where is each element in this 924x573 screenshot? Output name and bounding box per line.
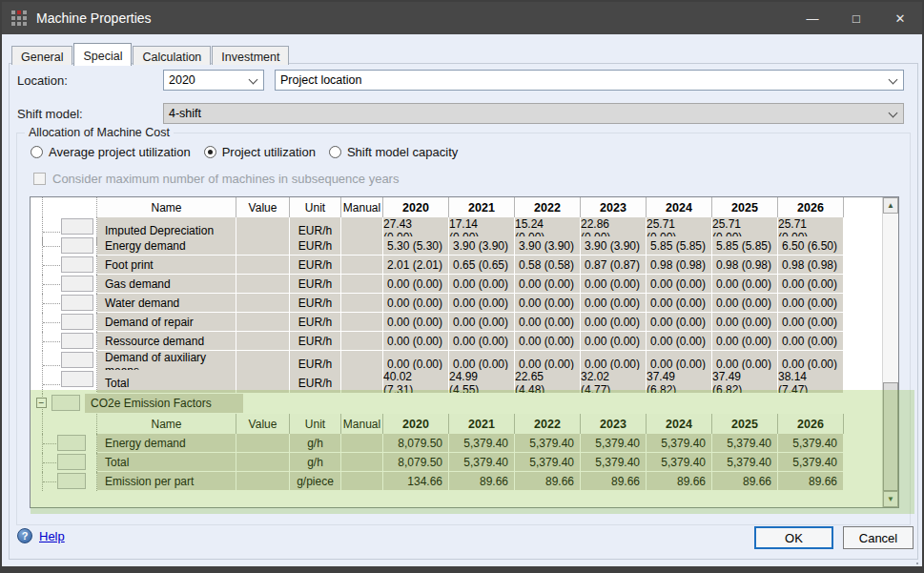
cell-year-2023[interactable]: 0.00 (0.00) [581,294,647,313]
cell-year-2022[interactable]: 89.66 [515,472,581,491]
cell-year-2020[interactable]: 8,079.50 [383,434,449,453]
row-header[interactable] [61,314,93,330]
row-header[interactable] [57,454,86,470]
cell-year-2020[interactable]: 8,079.50 [383,453,449,472]
cell-year-2025[interactable]: 0.98 (0.98) [712,256,778,275]
cell-year-2020[interactable]: 0.00 (0.00) [383,313,449,332]
cell-year-2024[interactable]: 5,379.40 [647,434,712,453]
maximize-button[interactable]: □ [834,2,878,34]
cell-year-2025[interactable]: 5,379.40 [712,453,778,472]
cell-year-2021[interactable]: 89.66 [449,472,515,491]
cell-year-2024[interactable]: 0.00 (0.00) [647,275,712,294]
row-header[interactable] [57,473,86,489]
cell-year-2023[interactable]: 89.66 [581,472,647,491]
cell-year-2021[interactable]: 0.00 (0.00) [449,275,515,294]
cell-year-2026[interactable]: 89.66 [778,472,844,491]
cell-value[interactable] [236,434,290,453]
cell-year-2020[interactable]: 0.00 (0.00) [383,275,449,294]
cell-year-2026[interactable]: 0.00 (0.00) [778,294,844,313]
cell-value[interactable] [236,332,290,351]
ok-button[interactable]: OK [754,526,833,549]
cell-year-2026[interactable]: 6.50 (6.50) [778,236,844,256]
row-header[interactable] [51,395,80,411]
cell-year-2023[interactable]: 0.00 (0.00) [581,275,647,294]
cell-year-2024[interactable]: 0.00 (0.00) [647,332,712,351]
radio-project-utilization[interactable] [204,146,216,158]
vertical-scrollbar[interactable]: ▲ ▼ [882,197,898,507]
row-header[interactable] [61,371,93,387]
radio-label[interactable]: Shift model capacity [347,145,458,159]
cancel-button[interactable]: Cancel [843,526,914,549]
tab-general[interactable]: General [11,46,72,65]
row-header[interactable] [61,237,93,254]
row-header[interactable] [61,295,93,311]
minimize-button[interactable]: — [791,2,834,34]
cell-year-2023[interactable]: 0.00 (0.00) [581,313,647,332]
cell-year-2026[interactable]: 0.98 (0.98) [778,256,844,275]
scroll-up-icon[interactable]: ▲ [883,197,898,214]
radio-average-project-utilization[interactable] [31,146,43,158]
cell-year-2024[interactable]: 0.00 (0.00) [647,313,712,332]
location-year-combobox[interactable]: 2020 [163,70,264,91]
cell-year-2022[interactable]: 0.00 (0.00) [515,332,581,351]
cell-year-2025[interactable]: 89.66 [712,472,778,491]
radio-label[interactable]: Average project utilization [49,145,191,159]
help-link[interactable]: Help [39,529,65,543]
cell-manual[interactable] [341,453,383,472]
cell-year-2022[interactable]: 0.58 (0.58) [515,256,581,275]
radio-label[interactable]: Project utilization [222,145,316,159]
location-name-combobox[interactable]: Project location [275,70,904,91]
cell-year-2022[interactable]: 5,379.40 [515,453,581,472]
cell-value[interactable] [236,472,290,491]
cell-value[interactable] [236,256,290,275]
cell-year-2023[interactable]: 3.90 (3.90) [581,236,647,256]
cell-year-2025[interactable]: 0.00 (0.00) [712,313,778,332]
cell-year-2025[interactable]: 0.00 (0.00) [712,275,778,294]
cell-year-2025[interactable]: 5.85 (5.85) [712,236,778,256]
resize-grip[interactable] [907,553,918,564]
scroll-down-icon[interactable]: ▼ [883,491,898,507]
cell-manual[interactable] [341,332,383,351]
tab-special[interactable]: Special [73,43,132,66]
cell-year-2025[interactable]: 0.00 (0.00) [712,332,778,351]
cell-year-2025[interactable]: 0.00 (0.00) [712,294,778,313]
row-header[interactable] [57,435,86,451]
close-button[interactable]: ✕ [878,2,922,34]
cell-year-2021[interactable]: 5,379.40 [449,434,515,453]
cell-year-2024[interactable]: 5.85 (5.85) [647,236,712,256]
cell-manual[interactable] [341,434,383,453]
cell-year-2021[interactable]: 0.00 (0.00) [449,313,515,332]
cell-year-2020[interactable]: 0.00 (0.00) [383,332,449,351]
cell-value[interactable] [236,236,290,256]
cell-manual[interactable] [341,313,383,332]
tab-investment[interactable]: Investment [212,46,289,65]
cell-year-2026[interactable]: 5,379.40 [778,453,844,472]
cell-year-2021[interactable]: 5,379.40 [449,453,515,472]
cell-year-2023[interactable]: 5,379.40 [581,453,647,472]
cell-manual[interactable] [341,472,383,491]
radio-shift-model-capacity[interactable] [329,146,341,158]
cell-year-2024[interactable]: 5,379.40 [647,453,712,472]
cell-value[interactable] [236,313,290,332]
cell-year-2026[interactable]: 5,379.40 [778,434,844,453]
cell-year-2022[interactable]: 3.90 (3.90) [515,236,581,256]
tab-calculation[interactable]: Calculation [133,46,211,65]
row-header[interactable] [61,333,93,349]
cell-value[interactable] [236,453,290,472]
cell-year-2024[interactable]: 89.66 [647,472,712,491]
cell-year-2022[interactable]: 0.00 (0.00) [515,313,581,332]
cell-year-2020[interactable]: 2.01 (2.01) [383,256,449,275]
cell-year-2026[interactable]: 0.00 (0.00) [778,332,844,351]
cell-year-2025[interactable]: 5,379.40 [712,434,778,453]
cell-year-2026[interactable]: 0.00 (0.00) [778,313,844,332]
cell-year-2021[interactable]: 3.90 (3.90) [449,236,515,256]
cell-year-2022[interactable]: 5,379.40 [515,434,581,453]
help-icon[interactable]: ? [17,528,32,543]
cell-year-2023[interactable]: 5,379.40 [581,434,647,453]
cell-manual[interactable] [341,256,383,275]
cell-value[interactable] [236,294,290,313]
cell-year-2024[interactable]: 0.98 (0.98) [647,256,712,275]
cell-value[interactable] [236,275,290,294]
collapse-expander-icon[interactable]: − [36,398,47,408]
cell-year-2020[interactable]: 0.00 (0.00) [383,294,449,313]
